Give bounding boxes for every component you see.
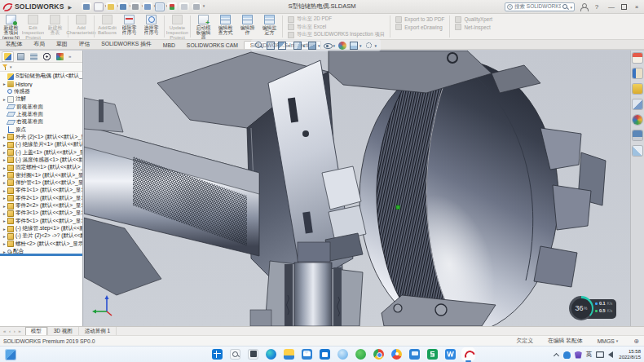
expand-arrow-icon[interactable]: ▸	[2, 196, 7, 201]
file-explorer-taskbar-icon[interactable]	[284, 349, 294, 360]
expand-arrow-icon[interactable]: ▸	[2, 173, 7, 178]
expand-arrow-icon[interactable]: ▸	[2, 227, 7, 232]
export-menu-item[interactable]: 导出至 Excel	[288, 24, 385, 32]
zoom-area-icon[interactable]	[267, 42, 275, 50]
selection-vertex-dot[interactable]	[396, 205, 400, 210]
tree-item[interactable]: ▸外壳 (2)<1> (默认<<默认>_显示状	[0, 134, 82, 141]
graphics-viewport[interactable]: 36 % 0.1K/s0.5K/s	[84, 51, 630, 326]
ribbon-button-12[interactable]: 编辑监 定方	[258, 14, 280, 39]
ribbon-button-10[interactable]: 编辑检 查方式	[214, 14, 236, 39]
dimxpertmanager-tab[interactable]	[41, 51, 53, 62]
zoom-fit-icon[interactable]	[255, 42, 263, 50]
view-settings-dropdown-icon[interactable]: ▾	[375, 43, 377, 48]
open-icon[interactable]	[106, 2, 116, 11]
view-settings-icon[interactable]	[365, 42, 373, 50]
edge-taskbar-icon[interactable]	[266, 349, 276, 360]
expand-arrow-icon[interactable]: ▸	[2, 219, 7, 223]
minimize-button[interactable]: —	[607, 3, 616, 11]
tree-item[interactable]: ▸螺栓<2> (默认<<默认>_显示状态	[0, 241, 82, 248]
display-style-dropdown-icon[interactable]: ▾	[318, 43, 320, 48]
tree-filter-row[interactable]: ▾	[0, 63, 82, 72]
ribbon-button-7[interactable]: 选择零 件序号	[140, 14, 162, 39]
wps-taskbar-icon[interactable]	[445, 349, 456, 360]
volume-icon[interactable]	[608, 351, 613, 358]
ime-mode-indicator[interactable]: 英	[586, 351, 593, 359]
view-orientation-icon[interactable]	[293, 42, 302, 50]
undo-icon[interactable]	[143, 2, 152, 11]
sign-in-button[interactable]	[580, 3, 587, 11]
expand-arrow-icon[interactable]: ▸	[2, 211, 7, 216]
section-view-icon[interactable]	[278, 42, 286, 50]
tree-item[interactable]: 传感器	[0, 88, 82, 95]
security-icon[interactable]	[575, 351, 582, 359]
tree-item[interactable]: 前视基准面	[0, 103, 82, 110]
command-tab-7[interactable]: SOLIDWORKS CAM	[181, 42, 244, 50]
ribbon-button-9[interactable]: 启动模 板编辑 器	[192, 14, 214, 39]
export-menu-item[interactable]: 导出至 2D PDF	[288, 15, 385, 24]
ribbon-button-1[interactable]: 新建检 查项目 (amp;N)	[0, 14, 22, 39]
tree-item[interactable]: ▸(-) 上盖<1> (默认<<默认>_显示状	[0, 148, 82, 156]
appearances-scenes-icon[interactable]	[633, 115, 642, 125]
save-icon[interactable]	[118, 2, 128, 11]
app-green-taskbar-icon[interactable]	[355, 349, 366, 360]
tree-item[interactable]: ▸(-) 温度传感器<1> (默认<<默认>_	[0, 157, 82, 164]
tree-item[interactable]: ▸密封圈<1> (默认<<默认>_显示状	[0, 171, 82, 179]
tree-item[interactable]: ▸零件1<1> (默认<<默认>_显示状态	[0, 187, 82, 194]
select-icon[interactable]	[155, 2, 165, 11]
display-style-icon[interactable]	[308, 42, 316, 50]
displaymanager-tab[interactable]	[54, 51, 66, 62]
export-menu-item[interactable]: Net-Inspect	[455, 24, 492, 32]
network-icon[interactable]	[596, 351, 604, 358]
expand-arrow-icon[interactable]: ▸	[2, 157, 7, 162]
tray-overflow-chevron-icon[interactable]	[554, 352, 559, 358]
view-tab-nav-arrows[interactable]: « ‹ › »	[0, 329, 25, 333]
solidworks-resources-icon[interactable]	[633, 53, 642, 63]
home-icon[interactable]	[82, 2, 91, 11]
tree-item[interactable]: 右视基准面	[0, 118, 82, 126]
ribbon-button-11[interactable]: 编辑操 作	[236, 14, 258, 39]
export-menu-item[interactable]: 导出至 SOLIDWORKS Inspection 项目	[288, 31, 385, 39]
tree-item[interactable]: ▸固定螺栓<1> (默认<<默认>_显示	[0, 164, 82, 171]
print-icon[interactable]	[130, 2, 140, 11]
device-taskbar-icon[interactable]	[409, 349, 420, 360]
tree-item[interactable]: S型铂铑热电偶 (默认<默认_显示状态-1	[0, 73, 82, 80]
task-view-taskbar-icon[interactable]	[248, 349, 258, 360]
expand-arrow-icon[interactable]: ▸	[2, 97, 7, 102]
search-dropdown-icon[interactable]: ▾	[570, 5, 572, 10]
tree-item[interactable]: ▸配合	[0, 248, 82, 254]
hide-show-items-dropdown-icon[interactable]: ▾	[333, 43, 336, 48]
close-button[interactable]: ×	[632, 3, 642, 11]
view-tab-1[interactable]: 模型	[25, 327, 48, 335]
restore-button[interactable]	[621, 4, 627, 10]
command-tab-3[interactable]: 草图	[51, 39, 73, 50]
ribbon-button-2[interactable]: Edit Inspection Project	[22, 14, 44, 39]
chrome-taskbar-icon[interactable]	[373, 349, 384, 360]
expand-arrow-icon[interactable]: ▸	[2, 150, 7, 155]
custom-properties-icon[interactable]	[633, 130, 642, 140]
menu-flyout-arrow-icon[interactable]: ▶	[68, 4, 73, 10]
solidworks-taskbar-icon[interactable]	[463, 349, 474, 360]
command-tab-4[interactable]: 评估	[73, 39, 96, 50]
tree-item[interactable]: ▸(-) 绝缘管.step<1> (默认<<默认>	[0, 225, 82, 232]
widgets-button[interactable]	[5, 349, 16, 360]
export-menu-item[interactable]: QualityXpert	[455, 15, 492, 24]
expand-arrow-icon[interactable]: ▸	[2, 204, 7, 209]
units-selector[interactable]: MMGS ▾	[590, 338, 626, 344]
design-library-icon[interactable]	[633, 68, 642, 78]
expand-arrow-icon[interactable]: ▸	[2, 188, 7, 193]
ribbon-button-3[interactable]: 新建检 查表	[44, 14, 66, 39]
options-icon[interactable]	[192, 2, 201, 11]
ribbon-button-4[interactable]: Add Characteristic	[70, 14, 92, 39]
expand-arrow-icon[interactable]: ▸	[2, 135, 7, 139]
view-tab-2[interactable]: 3D 视图	[48, 327, 79, 335]
configurationmanager-tab[interactable]	[28, 51, 40, 62]
tree-item[interactable]: 原点	[0, 126, 82, 133]
fileprops-icon[interactable]	[179, 2, 189, 11]
search-taskbar-icon[interactable]	[230, 349, 240, 360]
performance-monitor-widget[interactable]: 36 % 0.1K/s0.5K/s	[569, 296, 618, 322]
tree-item[interactable]: ▸(-) 绝缘垫片<1> (默认<<默认>_显	[0, 141, 82, 148]
view-orientation-dropdown-icon[interactable]: ▾	[303, 43, 306, 48]
apply-scene-dropdown-icon[interactable]: ▾	[359, 43, 362, 48]
tree-item[interactable]: ▸零件2<2> (默认<<默认>_显示状态	[0, 202, 82, 210]
cpu-gauge[interactable]: 36 %	[569, 296, 593, 320]
